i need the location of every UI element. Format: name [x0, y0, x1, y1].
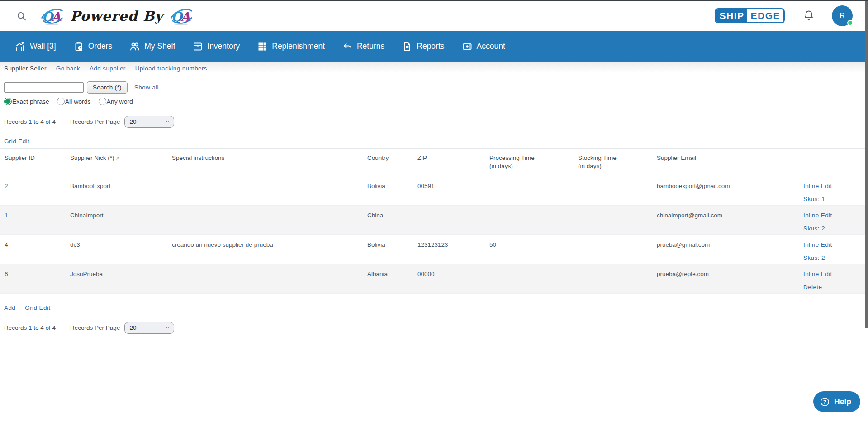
shipedge-logo-ship: SHIP: [716, 9, 747, 22]
delete-link[interactable]: Delete: [803, 284, 860, 291]
column-header-subline: (in days): [489, 162, 575, 170]
row-actions-cell: Inline EditSkus: 1: [803, 176, 865, 205]
main-nav: Wall [3]OrdersMy ShelfInventoryReplenish…: [0, 31, 868, 62]
add-supplier-row-link[interactable]: Add: [4, 305, 15, 311]
vertical-scrollbar[interactable]: [865, 1, 868, 328]
pagination-top: Records 1 to 4 of 4 Records Per Page 20 …: [4, 116, 868, 128]
question-mark-icon: ?: [820, 397, 830, 407]
shipedge-logo-edge: EDGE: [747, 9, 783, 22]
nav-item-reports[interactable]: Reports: [402, 41, 444, 52]
radio-exact-phrase[interactable]: Exact phrase: [4, 98, 49, 105]
subnav-toolbar: Supplier Seller Go backAdd supplierUploa…: [0, 62, 868, 75]
supplier-email-cell: chinaimport@gmail.com: [657, 206, 803, 234]
column-header-supplier-email: Supplier Email: [657, 149, 803, 176]
radio-circle[interactable]: [4, 98, 12, 105]
supplier-id-cell: 2: [5, 176, 70, 205]
help-button[interactable]: ? Help: [813, 391, 860, 412]
supplier-id-cell: 4: [5, 235, 70, 264]
zip-cell: 00000: [417, 264, 489, 293]
notifications-bell-icon[interactable]: [803, 9, 815, 22]
sort-asc-icon[interactable]: ↗: [116, 156, 119, 161]
subnav-link-add-supplier[interactable]: Add supplier: [90, 65, 126, 72]
column-header-label: ZIP: [417, 154, 487, 162]
column-header-label: Supplier Email: [657, 154, 801, 162]
table-row: 2BambooExportBolivia00591bambooexport@gm…: [0, 176, 865, 206]
nav-item-wall-3[interactable]: Wall [3]: [15, 41, 56, 52]
stocking-time-cell: [578, 176, 657, 205]
subnav-link-upload-tracking-numbers[interactable]: Upload tracking numbers: [135, 65, 207, 72]
help-button-label: Help: [834, 397, 851, 407]
column-header-actions: [803, 149, 865, 176]
pagination-bottom: Records 1 to 4 of 4 Records Per Page 20 …: [4, 322, 868, 334]
skus-link[interactable]: Skus: 2: [803, 225, 860, 232]
column-header-processing-time: Processing Time(in days): [489, 149, 578, 176]
supplier-id-cell: 6: [5, 264, 70, 293]
table-row: 4dc3creando un nuevo supplier de pruebaB…: [0, 235, 865, 264]
column-header-zip: ZIP: [417, 149, 489, 176]
nav-item-my-shelf[interactable]: My Shelf: [129, 41, 175, 52]
column-header-subline: (in days): [578, 162, 654, 170]
nav-item-label: Wall [3]: [30, 42, 56, 51]
subnav-link-go-back[interactable]: Go back: [56, 65, 80, 72]
per-page-label: Records Per Page: [70, 118, 120, 125]
supplier-nick-cell: dc3: [70, 235, 172, 264]
inline-edit-link[interactable]: Inline Edit: [803, 271, 860, 277]
column-header-country: Country: [367, 149, 417, 176]
processing-time-cell: [489, 176, 578, 205]
records-per-page-select[interactable]: 20: [124, 322, 174, 334]
radio-all-words[interactable]: All words: [57, 98, 91, 105]
zip-cell: 123123123: [417, 235, 489, 264]
column-header-label: Country: [367, 154, 415, 162]
special-instructions-cell: [172, 176, 367, 205]
column-header-label: Special instructions: [172, 154, 365, 162]
nav-item-label: Returns: [357, 42, 384, 51]
powered-by-text: Powered By: [68, 8, 165, 24]
avatar-initial: R: [840, 12, 845, 20]
show-all-link[interactable]: Show all: [134, 84, 159, 91]
supplier-email-cell: bambooexport@gmail.com: [657, 176, 803, 205]
special-instructions-cell: creando un nuevo supplier de prueba: [172, 235, 367, 264]
search-input[interactable]: [4, 82, 84, 93]
records-count: Records 1 to 4 of 4: [4, 324, 56, 331]
inline-edit-link[interactable]: Inline Edit: [803, 183, 860, 189]
supplier-email-cell: prueba@gmial.com: [657, 235, 803, 264]
row-actions-cell: Inline EditSkus: 2: [803, 235, 865, 264]
radio-any-word[interactable]: Any word: [99, 98, 133, 105]
nav-item-returns[interactable]: Returns: [342, 41, 384, 52]
special-instructions-cell: [172, 264, 367, 293]
processing-time-cell: [489, 264, 578, 293]
powered-by-logo: Q A Powered By Q A: [40, 6, 193, 26]
skus-link[interactable]: Skus: 2: [803, 254, 860, 261]
special-instructions-cell: [172, 206, 367, 234]
records-per-page-select[interactable]: 20: [124, 116, 174, 128]
inline-edit-link[interactable]: Inline Edit: [803, 212, 860, 219]
search-icon[interactable]: [16, 11, 27, 21]
top-header: Q A Powered By Q A SHIP EDGE R: [0, 1, 868, 31]
records-count: Records 1 to 4 of 4: [4, 118, 56, 125]
inline-edit-link[interactable]: Inline Edit: [803, 241, 860, 248]
supplier-nick-cell: BambooExport: [70, 176, 172, 205]
my-shelf-people-icon: [129, 41, 140, 52]
column-header-stocking-time: Stocking Time(in days): [578, 149, 657, 176]
nav-item-replenishment[interactable]: Replenishment: [257, 41, 325, 52]
radio-label: Any word: [107, 98, 133, 105]
radio-circle[interactable]: [99, 98, 106, 105]
nav-item-label: Replenishment: [272, 42, 325, 51]
skus-link[interactable]: Skus: 1: [803, 196, 860, 202]
nav-item-label: Inventory: [207, 42, 240, 51]
user-avatar[interactable]: R: [832, 5, 853, 26]
nav-item-inventory[interactable]: Inventory: [192, 41, 240, 52]
processing-time-cell: 50: [489, 235, 578, 264]
nav-item-orders[interactable]: Orders: [73, 41, 112, 52]
search-button[interactable]: Search (*): [87, 81, 128, 94]
radio-circle[interactable]: [57, 98, 65, 105]
nav-item-label: My Shelf: [144, 42, 175, 51]
zip-cell: [417, 206, 489, 234]
grid-edit-link-bottom[interactable]: Grid Edit: [25, 305, 50, 311]
supplier-nick-cell: JosuPrueba: [70, 264, 172, 293]
qa-logo-icon: Q A: [40, 6, 64, 26]
grid-edit-link-top[interactable]: Grid Edit: [4, 138, 29, 145]
stocking-time-cell: [578, 206, 657, 234]
orders-clipboard-icon: [73, 41, 84, 52]
nav-item-account[interactable]: Account: [462, 41, 505, 52]
